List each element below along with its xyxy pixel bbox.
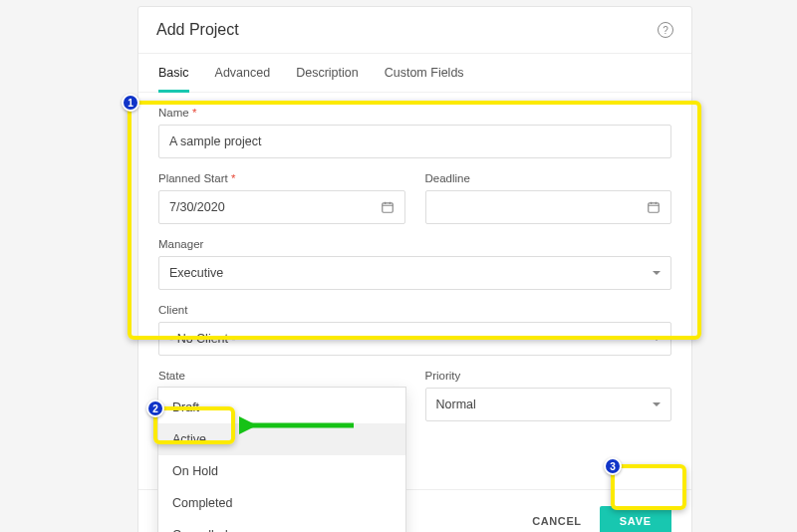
- name-input[interactable]: [158, 125, 671, 158]
- priority-value: Normal: [436, 398, 476, 411]
- required-mark: *: [231, 172, 235, 184]
- required-mark: *: [192, 107, 196, 119]
- label-planned-start: Planned Start *: [158, 172, 405, 184]
- svg-rect-1: [649, 203, 660, 212]
- state-option-cancelled[interactable]: Cancelled: [158, 519, 405, 532]
- field-deadline: Deadline: [425, 172, 672, 224]
- deadline-input[interactable]: [425, 190, 672, 224]
- field-planned-start: Planned Start * 7/30/2020: [158, 172, 405, 224]
- state-option-draft[interactable]: Draft: [158, 392, 405, 423]
- calendar-icon[interactable]: [647, 200, 661, 214]
- label-state: State: [158, 370, 405, 382]
- field-manager: Manager Executive: [158, 238, 671, 290]
- tab-basic[interactable]: Basic: [158, 66, 189, 93]
- planned-start-value: 7/30/2020: [169, 200, 225, 214]
- label-priority: Priority: [425, 370, 672, 382]
- save-button[interactable]: SAVE: [600, 506, 671, 532]
- tab-advanced[interactable]: Advanced: [215, 66, 271, 92]
- svg-rect-0: [382, 203, 393, 212]
- state-option-completed[interactable]: Completed: [158, 487, 405, 519]
- dialog-title: Add Project: [156, 21, 239, 39]
- calendar-icon[interactable]: [381, 200, 395, 214]
- priority-select[interactable]: Normal: [425, 388, 672, 421]
- help-icon[interactable]: ?: [658, 22, 673, 38]
- state-option-onhold[interactable]: On Hold: [158, 455, 405, 487]
- label-manager: Manager: [158, 238, 671, 250]
- label-name: Name *: [158, 107, 671, 119]
- tab-description[interactable]: Description: [296, 66, 359, 92]
- manager-select[interactable]: Executive: [158, 256, 671, 290]
- state-dropdown: Draft Active On Hold Completed Cancelled: [157, 387, 406, 532]
- name-input-field[interactable]: [169, 134, 661, 148]
- tab-custom-fields[interactable]: Custom Fields: [385, 66, 464, 92]
- chevron-down-icon: [653, 271, 661, 275]
- field-name: Name *: [158, 107, 671, 158]
- field-client: Client - No Client -: [158, 304, 671, 356]
- cancel-button[interactable]: CANCEL: [532, 515, 581, 527]
- tab-bar: Basic Advanced Description Custom Fields: [138, 54, 691, 93]
- chevron-down-icon: [653, 402, 661, 406]
- label-deadline: Deadline: [425, 172, 672, 184]
- dialog-header: Add Project ?: [138, 7, 691, 54]
- label-client: Client: [158, 304, 671, 316]
- manager-value: Executive: [169, 266, 223, 280]
- chevron-down-icon: [653, 337, 661, 341]
- annotation-badge-2: 2: [146, 399, 164, 417]
- field-priority: Priority Normal: [425, 370, 672, 421]
- annotation-badge-3: 3: [604, 457, 622, 475]
- planned-start-input[interactable]: 7/30/2020: [158, 190, 405, 224]
- state-option-active[interactable]: Active: [158, 423, 405, 455]
- annotation-badge-1: 1: [122, 94, 139, 112]
- client-select[interactable]: - No Client -: [158, 322, 671, 356]
- client-value: - No Client -: [169, 332, 236, 346]
